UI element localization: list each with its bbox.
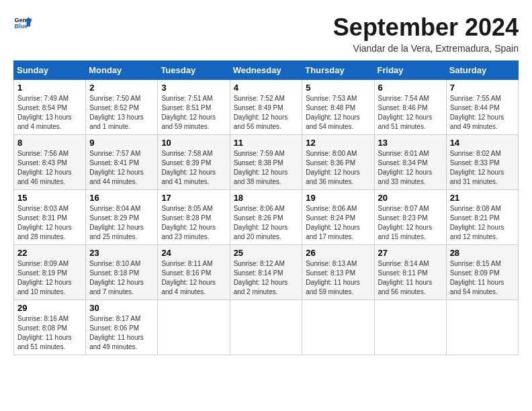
day-info: Sunrise: 8:17 AM Sunset: 8:06 PM Dayligh… [89,314,154,352]
calendar-cell: 3 Sunrise: 7:51 AM Sunset: 8:51 PM Dayli… [158,80,230,135]
calendar-cell: 9 Sunrise: 7:57 AM Sunset: 8:41 PM Dayli… [86,135,158,190]
calendar-day-header: Sunday [14,61,86,80]
day-info: Sunrise: 8:00 AM Sunset: 8:36 PM Dayligh… [306,149,370,187]
day-number: 29 [17,303,82,313]
day-info: Sunrise: 8:02 AM Sunset: 8:33 PM Dayligh… [450,149,515,187]
calendar-day-header: Wednesday [230,61,302,80]
day-info: Sunrise: 7:49 AM Sunset: 8:54 PM Dayligh… [17,94,82,132]
calendar-cell: 29 Sunrise: 8:16 AM Sunset: 8:08 PM Dayl… [14,300,86,355]
day-info: Sunrise: 8:06 AM Sunset: 8:24 PM Dayligh… [306,204,370,242]
calendar-cell: 1 Sunrise: 7:49 AM Sunset: 8:54 PM Dayli… [14,80,86,135]
calendar-day-header: Monday [86,61,158,80]
day-number: 8 [17,138,82,148]
day-number: 17 [161,193,226,203]
title-area: September 2024 Viandar de la Vera, Extre… [333,13,519,54]
day-number: 30 [89,303,154,313]
calendar-cell: 28 Sunrise: 8:15 AM Sunset: 8:09 PM Dayl… [446,245,518,300]
calendar-cell: 25 Sunrise: 8:12 AM Sunset: 8:14 PM Dayl… [230,245,302,300]
day-info: Sunrise: 8:15 AM Sunset: 8:09 PM Dayligh… [450,259,515,297]
day-info: Sunrise: 8:05 AM Sunset: 8:28 PM Dayligh… [161,204,226,242]
svg-text:Blue: Blue [14,23,28,30]
page-header: General Blue September 2024 Viandar de l… [13,13,519,54]
calendar-week-row: 1 Sunrise: 7:49 AM Sunset: 8:54 PM Dayli… [14,80,519,135]
calendar-cell: 12 Sunrise: 8:00 AM Sunset: 8:36 PM Dayl… [302,135,374,190]
calendar-cell: 6 Sunrise: 7:54 AM Sunset: 8:46 PM Dayli… [374,80,446,135]
calendar-cell [374,300,446,355]
day-info: Sunrise: 8:12 AM Sunset: 8:14 PM Dayligh… [234,259,299,297]
day-number: 24 [161,248,226,258]
day-info: Sunrise: 8:07 AM Sunset: 8:23 PM Dayligh… [378,204,443,242]
location: Viandar de la Vera, Extremadura, Spain [333,43,519,54]
day-number: 13 [378,138,443,148]
calendar-cell: 27 Sunrise: 8:14 AM Sunset: 8:11 PM Dayl… [374,245,446,300]
day-info: Sunrise: 8:06 AM Sunset: 8:26 PM Dayligh… [234,204,299,242]
day-number: 14 [450,138,515,148]
day-number: 18 [234,193,299,203]
day-info: Sunrise: 7:57 AM Sunset: 8:41 PM Dayligh… [89,149,154,187]
calendar-cell: 30 Sunrise: 8:17 AM Sunset: 8:06 PM Dayl… [86,300,158,355]
day-number: 5 [306,83,370,93]
day-info: Sunrise: 8:13 AM Sunset: 8:13 PM Dayligh… [306,259,370,297]
calendar-body: 1 Sunrise: 7:49 AM Sunset: 8:54 PM Dayli… [14,80,519,355]
calendar-cell: 17 Sunrise: 8:05 AM Sunset: 8:28 PM Dayl… [158,190,230,245]
calendar-cell: 13 Sunrise: 8:01 AM Sunset: 8:34 PM Dayl… [374,135,446,190]
calendar-cell: 24 Sunrise: 8:11 AM Sunset: 8:16 PM Dayl… [158,245,230,300]
day-info: Sunrise: 8:04 AM Sunset: 8:29 PM Dayligh… [89,204,154,242]
day-number: 23 [89,248,154,258]
day-number: 3 [161,83,226,93]
day-info: Sunrise: 8:08 AM Sunset: 8:21 PM Dayligh… [450,204,515,242]
day-info: Sunrise: 7:56 AM Sunset: 8:43 PM Dayligh… [17,149,82,187]
calendar-cell: 21 Sunrise: 8:08 AM Sunset: 8:21 PM Dayl… [446,190,518,245]
day-info: Sunrise: 7:55 AM Sunset: 8:44 PM Dayligh… [450,94,515,132]
calendar-cell: 10 Sunrise: 7:58 AM Sunset: 8:39 PM Dayl… [158,135,230,190]
day-info: Sunrise: 8:16 AM Sunset: 8:08 PM Dayligh… [17,314,82,352]
day-number: 11 [234,138,299,148]
day-number: 16 [89,193,154,203]
day-number: 1 [17,83,82,93]
day-info: Sunrise: 8:01 AM Sunset: 8:34 PM Dayligh… [378,149,443,187]
day-number: 7 [450,83,515,93]
day-info: Sunrise: 8:03 AM Sunset: 8:31 PM Dayligh… [17,204,82,242]
day-info: Sunrise: 8:11 AM Sunset: 8:16 PM Dayligh… [161,259,226,297]
day-number: 26 [306,248,370,258]
calendar-table: SundayMondayTuesdayWednesdayThursdayFrid… [13,60,519,355]
calendar-cell: 5 Sunrise: 7:53 AM Sunset: 8:48 PM Dayli… [302,80,374,135]
calendar-cell: 7 Sunrise: 7:55 AM Sunset: 8:44 PM Dayli… [446,80,518,135]
calendar-cell: 11 Sunrise: 7:59 AM Sunset: 8:38 PM Dayl… [230,135,302,190]
calendar-day-header: Tuesday [158,61,230,80]
day-info: Sunrise: 7:54 AM Sunset: 8:46 PM Dayligh… [378,94,443,132]
calendar-cell: 22 Sunrise: 8:09 AM Sunset: 8:19 PM Dayl… [14,245,86,300]
calendar-cell: 8 Sunrise: 7:56 AM Sunset: 8:43 PM Dayli… [14,135,86,190]
calendar-cell: 15 Sunrise: 8:03 AM Sunset: 8:31 PM Dayl… [14,190,86,245]
day-info: Sunrise: 7:58 AM Sunset: 8:39 PM Dayligh… [161,149,226,187]
calendar-week-row: 29 Sunrise: 8:16 AM Sunset: 8:08 PM Dayl… [14,300,519,355]
day-info: Sunrise: 8:14 AM Sunset: 8:11 PM Dayligh… [378,259,443,297]
logo: General Blue [13,13,32,32]
day-number: 10 [161,138,226,148]
day-info: Sunrise: 7:51 AM Sunset: 8:51 PM Dayligh… [161,94,226,132]
calendar-cell: 19 Sunrise: 8:06 AM Sunset: 8:24 PM Dayl… [302,190,374,245]
day-info: Sunrise: 7:53 AM Sunset: 8:48 PM Dayligh… [306,94,370,132]
calendar-cell: 26 Sunrise: 8:13 AM Sunset: 8:13 PM Dayl… [302,245,374,300]
calendar-header-row: SundayMondayTuesdayWednesdayThursdayFrid… [14,61,519,80]
calendar-week-row: 15 Sunrise: 8:03 AM Sunset: 8:31 PM Dayl… [14,190,519,245]
day-number: 20 [378,193,443,203]
day-number: 4 [234,83,299,93]
day-number: 9 [89,138,154,148]
calendar-cell: 14 Sunrise: 8:02 AM Sunset: 8:33 PM Dayl… [446,135,518,190]
day-number: 22 [17,248,82,258]
day-info: Sunrise: 8:10 AM Sunset: 8:18 PM Dayligh… [89,259,154,297]
month-title: September 2024 [333,13,519,42]
calendar-cell [446,300,518,355]
calendar-cell: 16 Sunrise: 8:04 AM Sunset: 8:29 PM Dayl… [86,190,158,245]
day-info: Sunrise: 8:09 AM Sunset: 8:19 PM Dayligh… [17,259,82,297]
calendar-day-header: Friday [374,61,446,80]
day-info: Sunrise: 7:52 AM Sunset: 8:49 PM Dayligh… [234,94,299,132]
calendar-week-row: 22 Sunrise: 8:09 AM Sunset: 8:19 PM Dayl… [14,245,519,300]
day-number: 19 [306,193,370,203]
calendar-week-row: 8 Sunrise: 7:56 AM Sunset: 8:43 PM Dayli… [14,135,519,190]
day-info: Sunrise: 7:50 AM Sunset: 8:52 PM Dayligh… [89,94,154,132]
calendar-cell: 18 Sunrise: 8:06 AM Sunset: 8:26 PM Dayl… [230,190,302,245]
calendar-cell: 23 Sunrise: 8:10 AM Sunset: 8:18 PM Dayl… [86,245,158,300]
day-number: 21 [450,193,515,203]
